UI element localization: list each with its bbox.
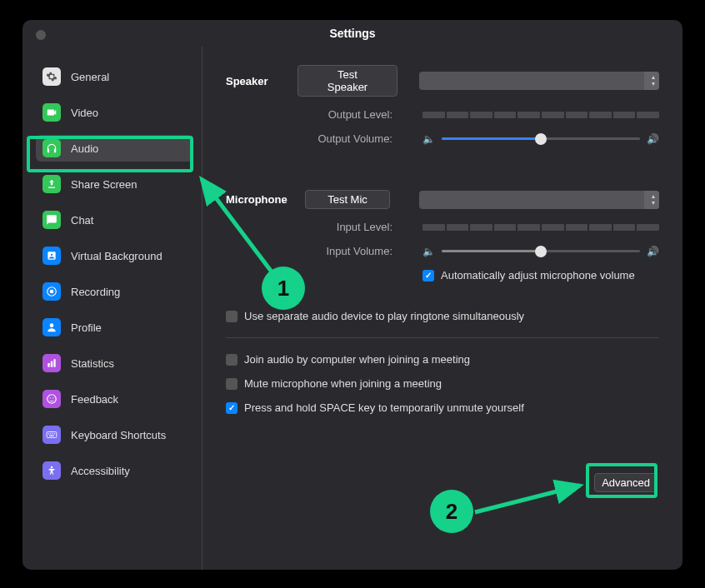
svg-point-8 — [48, 395, 57, 404]
sidebar-item-keyboard[interactable]: Keyboard Shortcuts — [36, 421, 193, 448]
auto-adjust-label: Automatically adjust microphone volume — [441, 269, 635, 282]
volume-high-icon: 🔊 — [647, 133, 659, 145]
sidebar-item-label: Statistics — [71, 357, 114, 370]
gear-icon — [42, 67, 61, 86]
keyboard-icon — [42, 426, 61, 444]
record-icon — [42, 282, 61, 301]
auto-adjust-checkbox[interactable] — [422, 270, 434, 282]
share-icon — [42, 175, 61, 193]
feedback-icon — [42, 390, 61, 408]
svg-rect-16 — [49, 436, 54, 436]
chat-icon — [42, 211, 61, 229]
svg-point-10 — [52, 397, 53, 398]
video-icon — [42, 103, 61, 122]
input-volume-slider[interactable] — [442, 250, 640, 252]
svg-point-17 — [51, 466, 52, 468]
sidebar-item-label: Share Screen — [71, 178, 138, 191]
chevron-updown-icon: ▴▾ — [652, 74, 655, 87]
accessibility-icon — [42, 461, 61, 480]
separate-ringtone-checkbox[interactable] — [226, 311, 238, 322]
sidebar-item-share-screen[interactable]: Share Screen — [36, 171, 193, 197]
test-mic-button[interactable]: Test Mic — [305, 190, 390, 209]
sidebar-item-accessibility[interactable]: Accessibility — [36, 457, 193, 484]
volume-high-icon: 🔊 — [647, 246, 659, 257]
svg-rect-12 — [48, 433, 49, 434]
mute-on-join-label: Mute microphone when joining a meeting — [244, 377, 442, 390]
content-pane: Speaker Test Speaker ▴▾ Output Level: Ou… — [202, 47, 682, 570]
mute-on-join-checkbox[interactable] — [226, 378, 238, 390]
chevron-updown-icon: ▴▾ — [652, 193, 655, 207]
sidebar-item-statistics[interactable]: Statistics — [36, 350, 193, 376]
output-volume-label: Output Volume: — [226, 132, 401, 145]
sidebar-item-general[interactable]: General — [36, 63, 193, 90]
advanced-button[interactable]: Advanced — [594, 473, 658, 492]
window-body: GeneralVideoAudioShare ScreenChatVirtual… — [22, 47, 682, 570]
svg-point-9 — [50, 397, 51, 398]
space-unmute-label: Press and hold SPACE key to temporarily … — [244, 401, 524, 414]
sidebar-item-profile[interactable]: Profile — [36, 314, 193, 341]
sidebar-item-label: Profile — [71, 321, 102, 334]
svg-rect-7 — [53, 359, 55, 366]
microphone-label: Microphone — [226, 193, 298, 206]
svg-rect-11 — [47, 432, 57, 438]
output-level-meter — [422, 112, 659, 118]
volume-low-icon: 🔈 — [422, 246, 435, 257]
settings-window: Settings GeneralVideoAudioShare ScreenCh… — [22, 20, 682, 570]
svg-rect-14 — [52, 433, 53, 434]
sidebar-item-feedback[interactable]: Feedback — [36, 386, 193, 412]
sidebar-item-label: Video — [71, 107, 98, 119]
svg-rect-5 — [48, 363, 49, 367]
space-unmute-checkbox[interactable] — [226, 402, 238, 414]
headphones-icon — [42, 139, 61, 157]
divider — [226, 337, 659, 338]
svg-point-4 — [50, 323, 54, 327]
output-volume-slider[interactable] — [442, 137, 640, 140]
mic-device-dropdown[interactable]: ▴▾ — [419, 191, 659, 209]
sidebar-item-label: Accessibility — [71, 465, 130, 477]
sidebar-item-label: Chat — [71, 214, 93, 227]
sidebar-item-chat[interactable]: Chat — [36, 207, 193, 233]
titlebar: Settings — [22, 20, 682, 47]
sidebar: GeneralVideoAudioShare ScreenChatVirtual… — [22, 47, 202, 570]
input-level-label: Input Level: — [226, 221, 401, 233]
svg-point-1 — [51, 254, 52, 256]
input-volume-label: Input Volume: — [226, 245, 401, 257]
bg-icon — [42, 247, 61, 265]
volume-low-icon: 🔈 — [422, 133, 435, 145]
sidebar-item-label: Feedback — [71, 393, 118, 406]
svg-rect-13 — [50, 433, 51, 434]
window-title: Settings — [329, 27, 375, 40]
profile-icon — [42, 318, 61, 336]
sidebar-item-video[interactable]: Video — [36, 99, 193, 126]
input-level-meter — [422, 224, 659, 231]
traffic-light-close[interactable] — [36, 30, 46, 40]
sidebar-item-audio[interactable]: Audio — [36, 135, 193, 162]
join-audio-checkbox[interactable] — [226, 354, 238, 366]
join-audio-label: Join audio by computer when joining a me… — [244, 353, 470, 366]
sidebar-item-label: Recording — [71, 286, 120, 298]
sidebar-item-label: General — [71, 71, 109, 83]
separate-ringtone-label: Use separate audio device to play ringto… — [244, 310, 524, 322]
output-level-label: Output Level: — [226, 108, 401, 121]
sidebar-item-recording[interactable]: Recording — [36, 278, 193, 305]
sidebar-item-virtual-bg[interactable]: Virtual Background — [36, 242, 193, 269]
sidebar-item-label: Virtual Background — [71, 250, 162, 262]
svg-point-3 — [50, 290, 54, 294]
speaker-label: Speaker — [226, 75, 298, 87]
sidebar-item-label: Keyboard Shortcuts — [71, 429, 166, 441]
svg-rect-15 — [54, 433, 55, 434]
stats-icon — [42, 354, 61, 372]
sidebar-item-label: Audio — [71, 142, 98, 155]
test-speaker-button[interactable]: Test Speaker — [298, 65, 398, 97]
speaker-device-dropdown[interactable]: ▴▾ — [419, 72, 659, 90]
svg-rect-6 — [51, 361, 52, 367]
